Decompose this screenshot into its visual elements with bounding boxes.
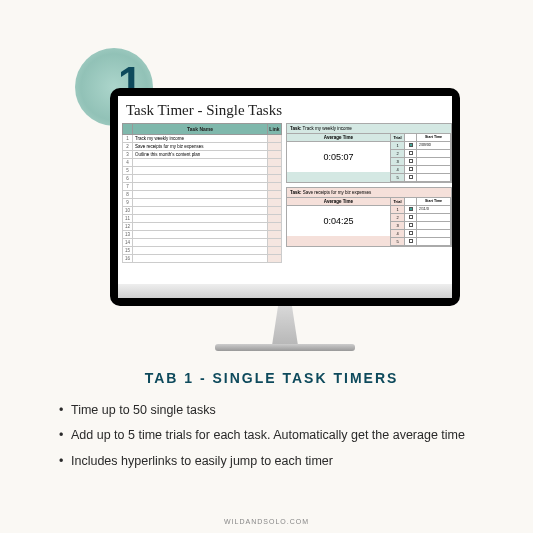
avg-label: Average Time [287,198,390,206]
monitor-mockup: Task Timer - Single Tasks Task Name Link… [110,88,460,351]
description-title: TAB 1 - SINGLE TASK TIMERS [55,370,488,386]
list-item: Add up to 5 time trials for each task. A… [55,425,488,446]
table-row: 12 [123,223,282,231]
table-row: 14 [123,239,282,247]
table-row: 4 [123,159,282,167]
table-row: 10 [123,207,282,215]
table-header-row: Task Name Link [123,124,282,135]
avg-label: Average Time [287,134,390,142]
monitor-base [215,344,355,351]
table-row: 15 [123,247,282,255]
description-block: TAB 1 - SINGLE TASK TIMERS Time up to 50… [55,370,488,476]
table-row: 8 [123,191,282,199]
table-row: 9 [123,199,282,207]
timer-cards: Task: Track my weekly income Average Tim… [286,123,452,263]
task-table: Task Name Link 1Track my weekly income 2… [122,123,282,263]
table-row: 3Outline this month's content plan [123,151,282,159]
spreadsheet-screen: Task Timer - Single Tasks Task Name Link… [118,96,452,298]
col-link: Link [268,124,282,135]
table-row: 16 [123,255,282,263]
timer-task-header: Task: Track my weekly income [287,124,451,134]
apple-logo-icon [281,297,289,307]
feature-list: Time up to 50 single tasks Add up to 5 t… [55,400,488,472]
screen-frame: Task Timer - Single Tasks Task Name Link… [110,88,460,306]
table-row: 13 [123,231,282,239]
footer-credit: WILDANDSOLO.COM [0,518,533,525]
table-row: 1Track my weekly income [123,135,282,143]
col-num [123,124,133,135]
sheet-title: Task Timer - Single Tasks [118,96,452,123]
col-name: Task Name [133,124,268,135]
table-row: 2Save receipts for my biz expenses [123,143,282,151]
avg-time: 0:05:07 [287,142,390,172]
sheet-content: Task Name Link 1Track my weekly income 2… [118,123,452,263]
list-item: Time up to 50 single tasks [55,400,488,421]
table-row: 11 [123,215,282,223]
table-row: 6 [123,175,282,183]
timer-task-header: Task: Save receipts for my biz expenses [287,188,451,198]
table-row: 7 [123,183,282,191]
table-row: 5 [123,167,282,175]
timer-card: Task: Save receipts for my biz expenses … [286,187,452,247]
list-item: Includes hyperlinks to easily jump to ea… [55,451,488,472]
timer-card: Task: Track my weekly income Average Tim… [286,123,452,183]
avg-time: 0:04:25 [287,206,390,236]
monitor-stand [256,306,314,344]
